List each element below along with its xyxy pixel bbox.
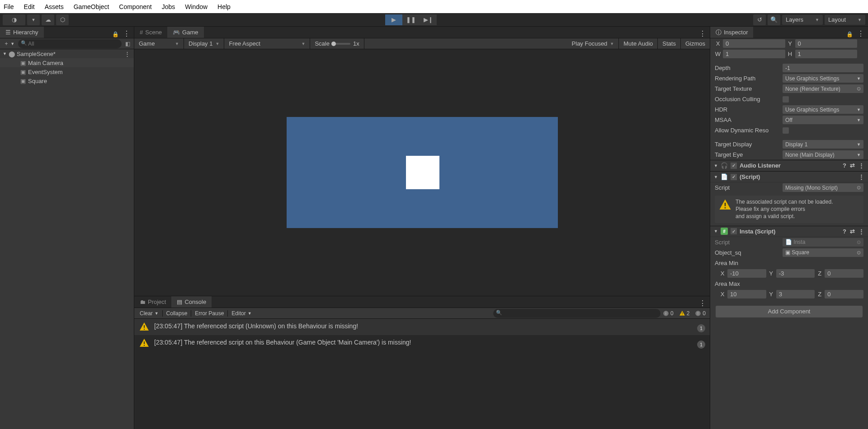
msaa-field[interactable]: Off▼ (783, 116, 863, 124)
inspector-tab[interactable]: ⓘ Inspector (710, 27, 753, 38)
layers-dropdown[interactable]: Layers▼ (782, 15, 823, 25)
hierarchy-item-main-camera[interactable]: ▣ Main Camera (0, 58, 134, 67)
target-eye-field[interactable]: None (Main Display)▼ (783, 150, 863, 159)
component-menu-icon[interactable]: ⋮ (859, 228, 864, 235)
console-entry[interactable]: [23:05:47] The referenced script on this… (134, 335, 710, 351)
area-max-z[interactable]: 0 (825, 290, 863, 298)
panel-menu-icon[interactable]: ⋮ (695, 299, 710, 308)
component-insta-script[interactable]: ▼ # ✓ Insta (Script) ?⇄⋮ (710, 226, 868, 237)
allow-dynamic-reso-checkbox[interactable] (783, 127, 789, 134)
component-audio-listener[interactable]: ▼ 🎧 ✓ Audio Listener ?⇄⋮ (710, 160, 868, 171)
area-min-z[interactable]: 0 (825, 269, 863, 278)
occlusion-culling-checkbox[interactable] (783, 96, 789, 103)
area-max-y[interactable]: 3 (776, 290, 815, 298)
error-count[interactable]: ! 0 (693, 310, 708, 317)
panel-menu-icon[interactable]: ⋮ (695, 29, 710, 38)
display-dropdown[interactable]: Display 1▼ (184, 38, 224, 49)
rect-h-field[interactable]: 1 (795, 50, 858, 58)
stats-toggle[interactable]: Stats (658, 38, 681, 49)
add-component-button[interactable]: Add Component (716, 306, 863, 317)
component-enabled-checkbox[interactable]: ✓ (731, 174, 737, 180)
account-icon[interactable]: ◑ (3, 14, 25, 25)
scale-slider[interactable] (332, 43, 350, 45)
target-texture-field[interactable]: None (Render Texture)⊙ (783, 84, 863, 93)
rendering-path-field[interactable]: Use Graphics Settings▼ (783, 74, 863, 83)
rect-x-field[interactable]: 0 (723, 39, 785, 48)
object-sq-field[interactable]: ▣ Square⊙ (783, 248, 863, 257)
menu-file[interactable]: File (4, 3, 14, 10)
tab-scene[interactable]: # Scene (134, 27, 167, 38)
component-menu-icon[interactable]: ⋮ (859, 162, 864, 169)
package-icon[interactable]: ⬡ (56, 14, 69, 25)
area-min-y[interactable]: -3 (776, 269, 815, 278)
component-enabled-checkbox[interactable]: ✓ (731, 228, 737, 234)
gizmos-toggle[interactable]: Gizmos (681, 38, 710, 49)
menu-window[interactable]: Window (185, 3, 208, 10)
target-display-field[interactable]: Display 1▼ (783, 140, 863, 149)
game-mode-dropdown[interactable]: Game▼ (134, 38, 184, 49)
help-icon[interactable]: ? (843, 162, 846, 169)
tab-console[interactable]: ▤ Console (171, 296, 212, 308)
play-button[interactable]: ▶ (385, 14, 402, 25)
menu-gameobject[interactable]: GameObject (74, 3, 109, 10)
account-dropdown-icon[interactable]: ▼ (27, 14, 40, 25)
lock-icon[interactable]: 🔒 (846, 31, 853, 37)
menu-help[interactable]: Help (217, 3, 231, 10)
hierarchy-item-square[interactable]: ▣ Square (0, 76, 134, 85)
panel-menu-icon[interactable]: ⋮ (857, 30, 864, 37)
cloud-icon[interactable]: ☁ (42, 14, 54, 25)
hdr-field[interactable]: Use Graphics Settings▼ (783, 105, 863, 114)
menu-edit[interactable]: Edit (24, 3, 35, 10)
component-missing-script[interactable]: ▼ 📄 ✓ (Script) ⋮ (710, 171, 868, 182)
component-menu-icon[interactable]: ⋮ (859, 173, 864, 180)
svg-rect-7 (144, 329, 145, 330)
tab-game[interactable]: 🎮 Game (167, 27, 203, 38)
menu-assets[interactable]: Assets (45, 3, 64, 10)
aspect-dropdown[interactable]: Free Aspect▼ (224, 38, 310, 49)
scene-menu-icon[interactable]: ⋮ (124, 51, 130, 57)
script-warning-box: The associated script can not be loaded.… (715, 196, 863, 223)
depth-field[interactable]: -1 (783, 64, 863, 72)
game-viewport[interactable] (134, 49, 710, 296)
layout-dropdown[interactable]: Layout▼ (825, 15, 865, 25)
svg-rect-9 (144, 345, 145, 346)
panel-menu-icon[interactable]: ⋮ (123, 30, 130, 37)
editor-dropdown[interactable]: Editor▼ (227, 310, 255, 317)
hdr-label: HDR (715, 106, 783, 113)
preset-icon[interactable]: ⇄ (850, 162, 855, 169)
create-dropdown[interactable]: ＋ ▼ (2, 40, 16, 47)
area-min-x[interactable]: -10 (727, 269, 766, 278)
scale-control[interactable]: Scale 1x (310, 38, 364, 49)
console-entry[interactable]: [23:05:47] The referenced script (Unknow… (134, 319, 710, 335)
scene-icon: # (140, 29, 143, 36)
info-count[interactable]: i 0 (660, 310, 676, 317)
hierarchy-item-eventsystem[interactable]: ▣ EventSystem (0, 67, 134, 76)
clear-button[interactable]: Clear▼ (136, 310, 162, 317)
warn-count[interactable]: 2 (677, 310, 692, 317)
target-texture-label: Target Texture (715, 85, 783, 92)
console-search[interactable] (493, 309, 660, 318)
filter-icon[interactable]: ◧ (123, 41, 132, 47)
rect-w-field[interactable]: 1 (723, 50, 785, 58)
menu-component[interactable]: Component (119, 3, 151, 10)
help-icon[interactable]: ? (843, 228, 846, 235)
error-pause-toggle[interactable]: Error Pause (191, 310, 227, 317)
pause-button[interactable]: ❚❚ (402, 14, 420, 25)
tab-project[interactable]: 🖿 Project (134, 296, 171, 308)
undo-history-icon[interactable]: ↺ (753, 14, 766, 25)
script-field[interactable]: Missing (Mono Script)⊙ (783, 183, 863, 192)
mute-audio-toggle[interactable]: Mute Audio (619, 38, 658, 49)
hierarchy-tab[interactable]: ☰ Hierarchy (0, 27, 44, 38)
collapse-toggle[interactable]: Collapse (162, 310, 191, 317)
area-max-x[interactable]: 10 (727, 290, 766, 298)
scene-row[interactable]: ▼ ⬤ SampleScene* ⋮ (0, 49, 134, 58)
component-enabled-checkbox[interactable]: ✓ (731, 163, 737, 169)
hierarchy-search[interactable] (18, 39, 122, 48)
menu-jobs[interactable]: Jobs (162, 3, 175, 10)
step-button[interactable]: ▶❙ (420, 14, 437, 25)
preset-icon[interactable]: ⇄ (850, 228, 855, 235)
search-icon[interactable]: 🔍 (768, 14, 780, 25)
lock-icon[interactable]: 🔒 (112, 31, 119, 37)
rect-y-field[interactable]: 0 (795, 39, 858, 48)
play-focused-dropdown[interactable]: Play Focused▼ (567, 38, 619, 49)
